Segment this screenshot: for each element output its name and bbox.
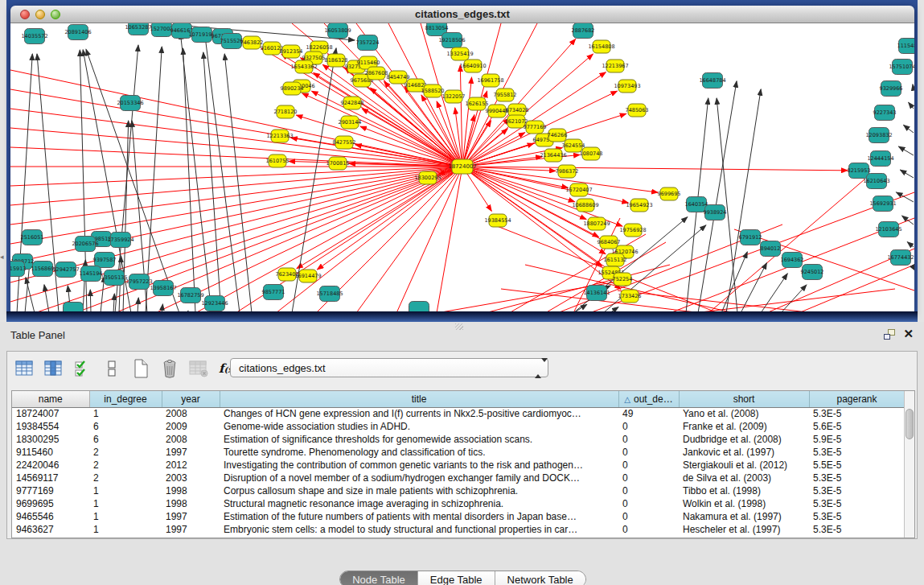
table-cell[interactable]: Dudbridge et al. (2008) [679, 433, 809, 446]
graph-node-reference[interactable]: 9777169 [524, 121, 547, 134]
graph-node-cited[interactable]: 16210643 [863, 174, 889, 189]
graph-node-reference[interactable]: 8912354 [280, 45, 303, 58]
table-cell[interactable]: Jankovic et al. (1997) [679, 446, 809, 459]
graph-node-cited[interactable]: 16774432 [887, 250, 914, 266]
table-cell[interactable]: de Silva et al. (2003) [679, 472, 809, 484]
graph-node-reference[interactable]: 1610755 [266, 154, 290, 167]
graph-node-reference[interactable]: 1080748 [580, 147, 603, 160]
graph-node-cited[interactable]: 13958167 [150, 281, 176, 296]
graph-node-reference[interactable]: 16961758 [477, 74, 503, 87]
column-header-in_degree[interactable]: in_degree [89, 391, 162, 407]
table-cell[interactable]: 5.3E-5 [809, 407, 905, 420]
graph-node-cited[interactable]: 16648784 [699, 73, 725, 89]
table-cell[interactable]: 1997 [162, 523, 220, 536]
graph-node-reference[interactable]: 2718120 [274, 105, 298, 118]
column-header-out_de[interactable]: △out_de… [618, 391, 679, 407]
table-cell[interactable]: 0 [618, 446, 679, 459]
network-window-titlebar[interactable]: citations_edges.txt [10, 6, 914, 23]
tab-network-table[interactable]: Network Table [495, 571, 585, 585]
table-cell[interactable]: Corpus callosum shape and size in male p… [220, 484, 618, 497]
table-cell[interactable]: Genome-wide association studies in ADHD. [220, 420, 618, 433]
graph-node-cited[interactable]: 19218506 [438, 33, 465, 48]
table-cell[interactable]: 1 [89, 510, 162, 523]
table-cell[interactable]: 1 [89, 484, 162, 497]
table-row[interactable]: 977716911998Corpus callosum shape and si… [12, 484, 905, 497]
table-cell[interactable]: 5.6E-5 [809, 420, 905, 433]
table-row[interactable]: 2242004622012Investigating the contribut… [12, 459, 905, 472]
graph-node-reference[interactable]: 1615132 [604, 253, 627, 266]
table-cell[interactable]: 1 [89, 523, 162, 536]
graph-node-cited[interactable]: 16053809 [324, 23, 351, 39]
row-height-icon[interactable] [99, 356, 125, 381]
graph-node-reference[interactable]: 2903144 [339, 116, 362, 129]
table-cell[interactable]: 0 [618, 459, 679, 472]
column-header-pagerank[interactable]: pagerank [809, 391, 905, 407]
table-cell[interactable]: 1998 [162, 484, 220, 497]
graph-node-reference[interactable]: 19384554 [484, 214, 511, 227]
table-row[interactable]: 1456911722003Disruption of a novel membe… [12, 472, 905, 484]
table-cell[interactable]: 9115460 [12, 446, 89, 459]
table-cell[interactable]: 19384554 [12, 420, 89, 433]
table-cell[interactable]: 2009 [162, 420, 220, 433]
table-cell[interactable]: Wolkin et al. (1998) [679, 497, 809, 510]
graph-node-reference[interactable]: 2867608 [365, 67, 388, 80]
graph-node-reference[interactable]: 18807249 [583, 217, 610, 230]
table-cell[interactable]: 5.3E-5 [809, 446, 905, 459]
table-cell[interactable]: Stergiakouli et al. (2012) [679, 459, 809, 472]
table-cell[interactable]: 2008 [162, 433, 220, 446]
select-rows-checklist-icon[interactable] [70, 356, 96, 381]
table-cell[interactable]: 0 [618, 523, 679, 536]
table-cell[interactable]: 2012 [162, 459, 220, 472]
graph-node-reference[interactable]: 746266 [548, 129, 568, 142]
table-cell[interactable]: 0 [618, 433, 679, 446]
graph-node-cited[interactable]: 14035572 [21, 29, 47, 44]
graph-node-reference[interactable]: 12213363 [266, 130, 293, 142]
network-canvas[interactable]: 1403557220891406106532871527002946616110… [10, 23, 914, 313]
table-cell[interactable]: 5.3E-5 [809, 510, 905, 523]
table-cell[interactable]: Yano et al. (2008) [679, 407, 809, 420]
graph-node-cited[interactable]: 20153346 [117, 96, 143, 111]
table-cell[interactable]: 0 [618, 497, 679, 510]
table-cell[interactable]: Hescheler et al. (1997) [679, 523, 809, 536]
table-cell[interactable]: 1997 [162, 446, 220, 459]
graph-node-cited[interactable]: 20891406 [64, 25, 91, 40]
graph-node-reference[interactable]: 8427552 [333, 136, 356, 149]
graph-node-reference[interactable]: 10973493 [614, 80, 640, 93]
table-cell[interactable]: 9465546 [12, 510, 89, 523]
float-panel-icon[interactable] [884, 329, 895, 340]
table-cell[interactable]: Investigating the contribution of common… [220, 459, 618, 472]
table-cell[interactable]: Estimation of the future numbers of pati… [220, 510, 618, 523]
table-cell[interactable]: 1 [89, 497, 162, 510]
graph-node-cited[interactable]: 894012 [761, 241, 781, 257]
graph-node-reference[interactable]: 9242848 [341, 97, 364, 109]
table-cell[interactable]: 9777169 [12, 484, 89, 497]
graph-node-cited[interactable]: 12103645 [875, 222, 901, 237]
graph-node-reference[interactable]: 1733426 [618, 290, 642, 303]
graph-node-cited[interactable]: 12444154 [867, 151, 893, 167]
table-cell[interactable]: Estimation of significance thresholds fo… [220, 433, 618, 446]
table-scrollbar[interactable] [904, 391, 914, 538]
graph-node-reference[interactable]: 16640910 [459, 60, 486, 72]
graph-node-reference[interactable]: 19756928 [619, 224, 646, 237]
column-header-year[interactable]: year [162, 391, 220, 407]
panel-resize-handle[interactable] [455, 323, 463, 330]
table-cell[interactable]: Embryonic stem cells: a model to study s… [220, 523, 618, 536]
table-cell[interactable]: Franke et al. (2009) [679, 420, 809, 433]
select-column-icon[interactable] [41, 356, 67, 381]
create-new-attribute-icon[interactable] [128, 356, 154, 381]
table-row[interactable]: 911546021997Tourette syndrome. Phenomeno… [12, 446, 905, 459]
citation-network-graph[interactable]: 1403557220891406106532871527002946616110… [10, 23, 914, 313]
graph-node-reference[interactable]: 7485063 [626, 104, 649, 117]
graph-node-cited[interactable]: 12923446 [201, 296, 228, 311]
table-cell[interactable]: 22420046 [12, 459, 89, 472]
table-cell[interactable]: 0 [618, 510, 679, 523]
attribute-table-settings-icon[interactable] [12, 356, 38, 381]
table-cell[interactable]: 0 [618, 472, 679, 484]
column-header-title[interactable]: title [220, 391, 618, 407]
graph-node-reference[interactable]: 7986372 [556, 165, 579, 178]
table-cell[interactable]: 49 [618, 407, 679, 420]
graph-node-cited[interactable]: 2887682 [572, 23, 595, 39]
table-cell[interactable]: 14569117 [12, 472, 89, 484]
table-cell[interactable]: 2 [89, 446, 162, 459]
table-cell[interactable]: Nakamura et al. (1997) [679, 510, 809, 523]
